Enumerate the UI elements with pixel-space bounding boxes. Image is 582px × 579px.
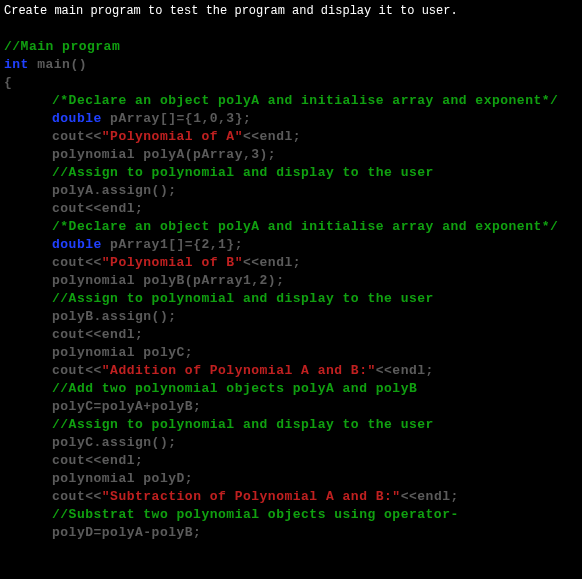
code-text: polyD=polyA-polyB; — [52, 525, 201, 540]
code-text: <<endl; — [243, 255, 301, 270]
code-text: cout<< — [52, 255, 102, 270]
code-text: polynomial polyD; — [52, 471, 193, 486]
instruction-text: Create main program to test the program … — [4, 4, 458, 18]
code-text: cout<<endl; — [52, 453, 143, 468]
keyword-double: double — [52, 111, 102, 126]
code-text: polynomial polyC; — [52, 345, 193, 360]
comment-declare-a: /*Declare an object polyA and initialise… — [52, 93, 558, 108]
comment-assign-b: //Assign to polynomial and display to th… — [52, 291, 434, 306]
comment-add: //Add two polynomial objects polyA and p… — [52, 381, 417, 396]
code-text: polyA.assign(); — [52, 183, 177, 198]
keyword-double: double — [52, 237, 102, 252]
comment-main-program: //Main program — [4, 39, 120, 54]
comment-assign-a: //Assign to polynomial and display to th… — [52, 165, 434, 180]
code-text: cout<< — [52, 363, 102, 378]
comment-declare-b: /*Declare an object polyA and initialise… — [52, 219, 558, 234]
code-text: polynomial polyA(pArray,3); — [52, 147, 276, 162]
code-text: cout<< — [52, 489, 102, 504]
string-poly-b: "Polynomial of B" — [102, 255, 243, 270]
keyword-int: int — [4, 57, 29, 72]
code-block: Create main program to test the program … — [0, 0, 582, 544]
code-text: cout<<endl; — [52, 201, 143, 216]
string-poly-a: "Polynomial of A" — [102, 129, 243, 144]
code-text: main() — [29, 57, 87, 72]
code-text: <<endl; — [401, 489, 459, 504]
code-text: polyB.assign(); — [52, 309, 177, 324]
code-text: cout<<endl; — [52, 327, 143, 342]
code-text: pArray[]={1,0,3}; — [102, 111, 251, 126]
code-text: { — [4, 75, 12, 90]
code-text: <<endl; — [243, 129, 301, 144]
code-text: pArray1[]={2,1}; — [102, 237, 243, 252]
code-text: <<endl; — [376, 363, 434, 378]
comment-assign-c: //Assign to polynomial and display to th… — [52, 417, 434, 432]
code-text: cout<< — [52, 129, 102, 144]
code-text: polynomial polyB(pArray1,2); — [52, 273, 284, 288]
string-sub: "Subtraction of Polynomial A and B:" — [102, 489, 401, 504]
code-text: polyC.assign(); — [52, 435, 177, 450]
string-add: "Addition of Polynomial A and B:" — [102, 363, 376, 378]
code-text: polyC=polyA+polyB; — [52, 399, 201, 414]
comment-sub: //Substrat two polynomial objects using … — [52, 507, 459, 522]
